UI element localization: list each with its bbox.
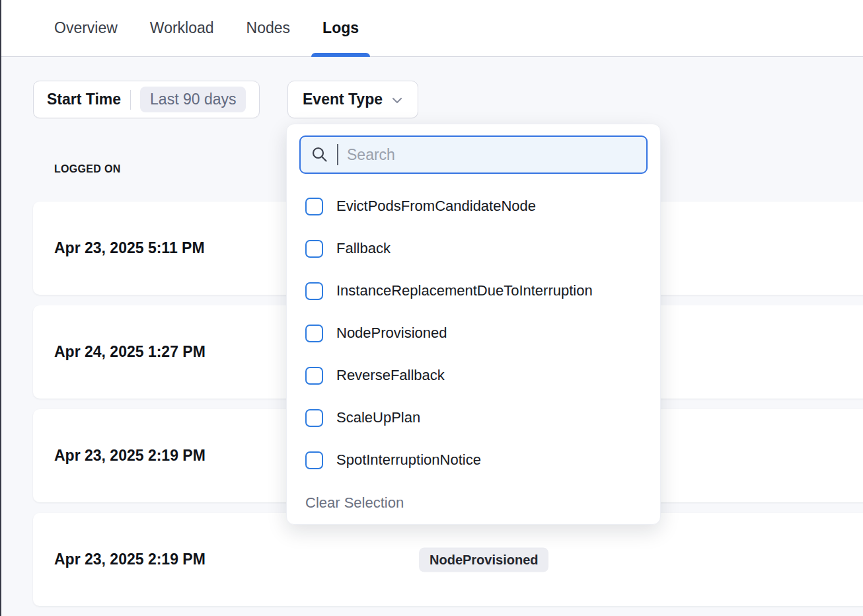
start-time-label: Start Time bbox=[47, 91, 121, 108]
event-type-dropdown-panel: EvictPodsFromCandidateNode Fallback Inst… bbox=[286, 124, 661, 525]
tab-workload[interactable]: Workload bbox=[139, 0, 225, 56]
option-label: Fallback bbox=[336, 240, 391, 257]
tab-bar: Overview Workload Nodes Logs bbox=[0, 0, 863, 57]
checkbox-unchecked[interactable] bbox=[305, 198, 323, 215]
column-header-logged-on: LOGGED ON bbox=[54, 163, 120, 175]
start-time-filter[interactable]: Start Time Last 90 days bbox=[33, 81, 260, 118]
option-fallback[interactable]: Fallback bbox=[287, 227, 660, 270]
option-evictpodsfromcandidatenode[interactable]: EvictPodsFromCandidateNode bbox=[287, 185, 660, 227]
logged-on-value: Apr 23, 2025 5:11 PM bbox=[54, 239, 205, 257]
left-edge-accent bbox=[0, 0, 1, 616]
clear-selection-button[interactable]: Clear Selection bbox=[305, 494, 404, 512]
logged-on-value: Apr 23, 2025 2:19 PM bbox=[54, 447, 206, 465]
text-cursor bbox=[337, 144, 338, 165]
event-type-option-list: EvictPodsFromCandidateNode Fallback Inst… bbox=[287, 185, 660, 481]
checkbox-unchecked[interactable] bbox=[305, 240, 323, 258]
checkbox-unchecked[interactable] bbox=[305, 325, 323, 342]
logged-on-value: Apr 24, 2025 1:27 PM bbox=[54, 343, 206, 361]
search-input[interactable] bbox=[347, 146, 636, 164]
checkbox-unchecked[interactable] bbox=[305, 451, 323, 469]
option-scaleupplan[interactable]: ScaleUpPlan bbox=[287, 397, 660, 439]
table-row[interactable]: Apr 23, 2025 2:19 PM NodeProvisioned bbox=[33, 513, 863, 606]
option-label: EvictPodsFromCandidateNode bbox=[336, 198, 536, 215]
event-type-label: Event Type bbox=[303, 91, 383, 108]
option-spotinterruptionnotice[interactable]: SpotInterruptionNotice bbox=[287, 439, 660, 481]
chevron-down-icon bbox=[391, 96, 403, 105]
tab-nodes[interactable]: Nodes bbox=[235, 0, 301, 56]
tab-logs[interactable]: Logs bbox=[311, 0, 370, 56]
filter-divider bbox=[130, 90, 131, 110]
checkbox-unchecked[interactable] bbox=[305, 409, 323, 427]
event-type-filter[interactable]: Event Type bbox=[287, 81, 418, 118]
search-icon bbox=[311, 146, 328, 163]
tab-overview[interactable]: Overview bbox=[43, 0, 129, 56]
event-type-badge: NodeProvisioned bbox=[419, 547, 548, 572]
option-label: ReverseFallback bbox=[336, 367, 445, 384]
start-time-value-chip: Last 90 days bbox=[140, 87, 246, 112]
option-label: NodeProvisioned bbox=[336, 325, 447, 342]
option-instancereplacementduetointerruption[interactable]: InstanceReplacementDueToInterruption bbox=[287, 270, 660, 312]
dropdown-search-box bbox=[299, 135, 648, 174]
option-label: ScaleUpPlan bbox=[336, 409, 420, 426]
option-label: SpotInterruptionNotice bbox=[336, 451, 481, 469]
option-nodeprovisioned[interactable]: NodeProvisioned bbox=[287, 312, 660, 354]
checkbox-unchecked[interactable] bbox=[305, 282, 323, 300]
option-reversefallback[interactable]: ReverseFallback bbox=[287, 354, 660, 397]
logged-on-value: Apr 23, 2025 2:19 PM bbox=[54, 551, 206, 568]
option-label: InstanceReplacementDueToInterruption bbox=[336, 282, 593, 299]
checkbox-unchecked[interactable] bbox=[305, 367, 323, 385]
